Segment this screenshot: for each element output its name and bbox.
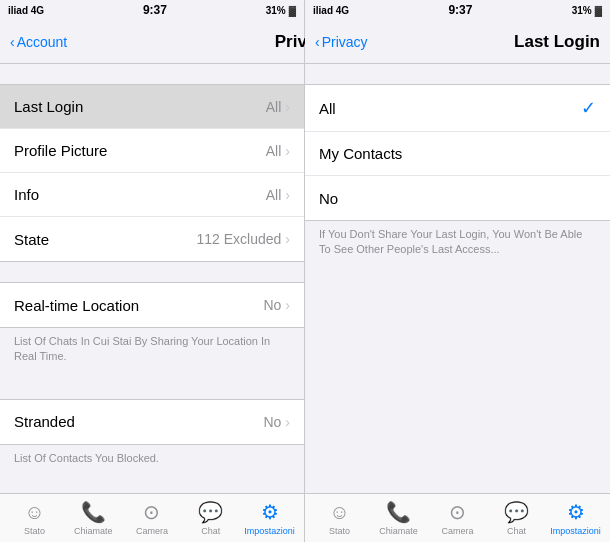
- option-mycontacts-label: My Contacts: [319, 145, 402, 162]
- chiamate-label-left: Chiamate: [74, 526, 113, 536]
- option-all-row[interactable]: All ✓: [305, 85, 610, 132]
- options-section: All ✓ My Contacts No: [305, 84, 610, 221]
- option-no-row[interactable]: No: [305, 176, 610, 220]
- location-note: List Of Chats In Cui Stai By Sharing You…: [0, 328, 304, 379]
- option-no-label: No: [319, 190, 338, 207]
- impostazioni-icon-right: ⚙: [567, 500, 585, 524]
- right-note: If You Don't Share Your Last Login, You …: [305, 221, 610, 272]
- right-panel: iliad 4G 9:37 31% ▓ ‹ Privacy Last Login…: [305, 0, 610, 542]
- stranded-value: No ›: [263, 414, 290, 430]
- tab-impostazioni-left[interactable]: ⚙ Impostazioni: [240, 500, 299, 536]
- tab-impostazioni-right[interactable]: ⚙ Impostazioni: [546, 500, 605, 536]
- stranded-section: Stranded No ›: [0, 399, 304, 445]
- right-nav-title: Last Login: [514, 32, 600, 52]
- left-status-bar: iliad 4G 9:37 31% ▓: [0, 0, 304, 20]
- camera-label-left: Camera: [136, 526, 168, 536]
- tab-chat-left[interactable]: 💬 Chat: [181, 500, 240, 536]
- tab-stato-right[interactable]: ☺ Stato: [310, 501, 369, 536]
- realtime-location-row[interactable]: Real-time Location No ›: [0, 283, 304, 327]
- state-value: 112 Excluded ›: [196, 231, 290, 247]
- stranded-label: Stranded: [14, 413, 75, 430]
- chat-icon-right: 💬: [504, 500, 529, 524]
- stato-label-right: Stato: [329, 526, 350, 536]
- location-section: Real-time Location No ›: [0, 282, 304, 328]
- left-panel: iliad 4G 9:37 31% ▓ ‹ Account Privacy La…: [0, 0, 305, 542]
- chiamate-icon-right: 📞: [386, 500, 411, 524]
- right-back-button[interactable]: ‹ Privacy: [315, 34, 368, 50]
- right-content: All ✓ My Contacts No If You Don't Share …: [305, 64, 610, 493]
- chat-label-right: Chat: [507, 526, 526, 536]
- last-login-value: All ›: [266, 99, 290, 115]
- left-content: Last Login All › Profile Picture All › I…: [0, 64, 304, 493]
- left-back-button[interactable]: ‹ Account: [10, 34, 67, 50]
- last-login-chevron: ›: [285, 99, 290, 115]
- left-time: 9:37: [143, 3, 167, 17]
- profile-picture-value: All ›: [266, 143, 290, 159]
- state-label: State: [14, 231, 49, 248]
- state-chevron: ›: [285, 231, 290, 247]
- camera-icon-right: ⊙: [449, 500, 466, 524]
- stato-label-left: Stato: [24, 526, 45, 536]
- right-status-bar: iliad 4G 9:37 31% ▓: [305, 0, 610, 20]
- last-login-label: Last Login: [14, 98, 83, 115]
- right-time: 9:37: [448, 3, 472, 17]
- main-settings-section: Last Login All › Profile Picture All › I…: [0, 84, 304, 262]
- left-tab-bar: ☺ Stato 📞 Chiamate ⊙ Camera 💬 Chat ⚙ Imp…: [0, 493, 304, 542]
- tab-camera-right[interactable]: ⊙ Camera: [428, 500, 487, 536]
- profile-picture-chevron: ›: [285, 143, 290, 159]
- impostazioni-label-right: Impostazioni: [550, 526, 601, 536]
- chat-icon-left: 💬: [198, 500, 223, 524]
- info-chevron: ›: [285, 187, 290, 203]
- info-row[interactable]: Info All ›: [0, 173, 304, 217]
- stato-icon-left: ☺: [24, 501, 44, 524]
- stranded-chevron: ›: [285, 414, 290, 430]
- left-nav-bar: ‹ Account Privacy: [0, 20, 304, 64]
- stranded-note: List Of Contacts You Blocked.: [0, 445, 304, 480]
- right-tab-bar: ☺ Stato 📞 Chiamate ⊙ Camera 💬 Chat ⚙ Imp…: [305, 493, 610, 542]
- impostazioni-icon-left: ⚙: [261, 500, 279, 524]
- realtime-location-value: No ›: [263, 297, 290, 313]
- stranded-row[interactable]: Stranded No ›: [0, 400, 304, 444]
- option-all-label: All: [319, 100, 336, 117]
- realtime-location-label: Real-time Location: [14, 297, 139, 314]
- left-battery: 31% ▓: [266, 5, 296, 16]
- right-carrier: iliad 4G: [313, 5, 349, 16]
- camera-label-right: Camera: [441, 526, 473, 536]
- state-row[interactable]: State 112 Excluded ›: [0, 217, 304, 261]
- last-login-row[interactable]: Last Login All ›: [0, 85, 304, 129]
- tab-chiamate-left[interactable]: 📞 Chiamate: [64, 500, 123, 536]
- option-mycontacts-row[interactable]: My Contacts: [305, 132, 610, 176]
- info-label: Info: [14, 186, 39, 203]
- camera-icon-left: ⊙: [143, 500, 160, 524]
- right-battery: 31% ▓: [572, 5, 602, 16]
- profile-picture-label: Profile Picture: [14, 142, 107, 159]
- right-nav-bar: ‹ Privacy Last Login: [305, 20, 610, 64]
- chiamate-label-right: Chiamate: [379, 526, 418, 536]
- profile-picture-row[interactable]: Profile Picture All ›: [0, 129, 304, 173]
- stato-icon-right: ☺: [329, 501, 349, 524]
- option-all-checkmark: ✓: [581, 97, 596, 119]
- realtime-location-chevron: ›: [285, 297, 290, 313]
- tab-chat-right[interactable]: 💬 Chat: [487, 500, 546, 536]
- info-value: All ›: [266, 187, 290, 203]
- left-carrier: iliad 4G: [8, 5, 44, 16]
- impostazioni-label-left: Impostazioni: [244, 526, 295, 536]
- chiamate-icon-left: 📞: [81, 500, 106, 524]
- tab-stato-left[interactable]: ☺ Stato: [5, 501, 64, 536]
- tab-chiamate-right[interactable]: 📞 Chiamate: [369, 500, 428, 536]
- chat-label-left: Chat: [201, 526, 220, 536]
- tab-camera-left[interactable]: ⊙ Camera: [123, 500, 182, 536]
